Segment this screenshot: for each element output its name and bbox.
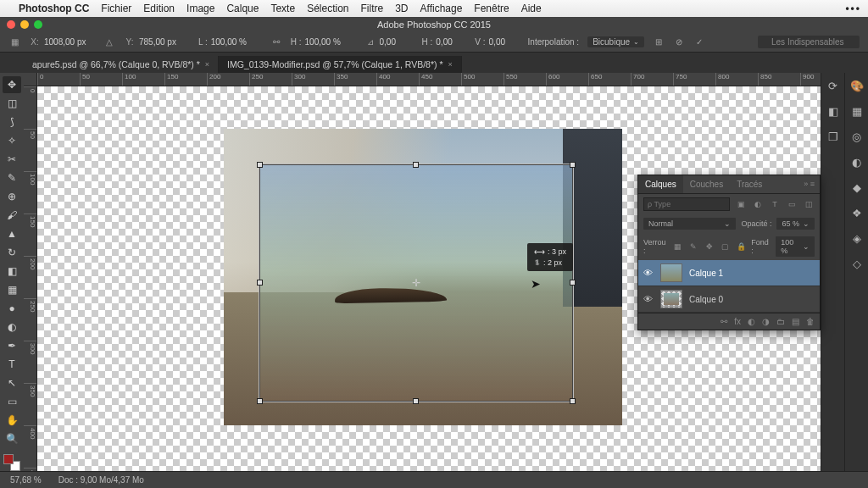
menu-help[interactable]: Aide (521, 3, 542, 14)
shape-tool[interactable]: ▭ (3, 393, 21, 410)
lock-pixels-icon[interactable]: ✎ (688, 242, 699, 251)
warp-icon[interactable]: ⊞ (653, 36, 665, 48)
eraser-tool[interactable]: ◧ (3, 263, 21, 280)
crop-tool[interactable]: ✂ (3, 151, 21, 168)
document-image[interactable]: ✛ ⟷ : 3 px⥮ : 2 px ➤ (224, 129, 622, 425)
transform-center-icon[interactable]: ✛ (410, 277, 422, 289)
zoom-level[interactable]: 57,68 % (10, 475, 42, 485)
layer-name[interactable]: Calque 1 (689, 269, 723, 278)
lasso-tool[interactable]: ⟆ (3, 114, 21, 130)
commit-transform-icon[interactable]: ✓ (693, 36, 705, 48)
close-button[interactable] (7, 20, 15, 29)
transform-handle-bl[interactable] (257, 398, 263, 404)
blend-mode-dropdown[interactable]: Normal⌄ (643, 218, 736, 230)
transform-handle-bm[interactable] (413, 398, 419, 404)
hskew-input[interactable] (436, 37, 466, 47)
overflow-icon[interactable]: ••• (845, 3, 861, 14)
menu-edit[interactable]: Edition (143, 3, 175, 14)
zoom-button[interactable] (34, 20, 42, 29)
layers-panel-icon[interactable]: ❖ (849, 205, 865, 220)
menu-text[interactable]: Texte (270, 3, 295, 14)
menu-window[interactable]: Fenêtre (474, 3, 509, 14)
tab-doc-1[interactable]: apure5.psd @ 66,7% (Calque 0, RVB/8*) *× (24, 56, 219, 73)
layer-filter-input[interactable] (643, 197, 730, 211)
layers-tab[interactable]: Calques (638, 175, 683, 193)
filter-adjust-icon[interactable]: ◐ (752, 200, 764, 208)
width-input[interactable] (211, 37, 262, 47)
blur-tool[interactable]: ● (3, 300, 21, 317)
new-layer-icon[interactable]: ▤ (792, 317, 799, 326)
filter-shape-icon[interactable]: ▭ (786, 200, 798, 208)
link-xy-icon[interactable]: △ (103, 36, 115, 48)
minimize-button[interactable] (20, 20, 29, 29)
layer-group-icon[interactable]: 🗀 (776, 317, 785, 326)
layer-name[interactable]: Calque 0 (689, 295, 723, 304)
lock-transparent-icon[interactable]: ▦ (672, 242, 683, 251)
gradient-tool[interactable]: ▦ (3, 281, 21, 298)
menu-3d[interactable]: 3D (395, 3, 408, 14)
menu-filter[interactable]: Filtre (361, 3, 384, 14)
adjustments-panel-icon[interactable]: ◐ (849, 154, 865, 169)
ruler-horizontal[interactable]: 0501001502002503003504004505005506006507… (37, 73, 821, 86)
link-layers-icon[interactable]: ⚯ (721, 317, 727, 326)
filter-type-icon[interactable]: T (769, 200, 781, 208)
fill-input[interactable]: 100 %⌄ (776, 236, 815, 257)
paths-tab[interactable]: Tracés (730, 175, 769, 193)
transform-handle-tr[interactable] (570, 162, 576, 168)
cc-panel-icon[interactable]: ◎ (849, 129, 865, 144)
stamp-tool[interactable]: ▲ (3, 225, 21, 242)
layer-thumbnail[interactable] (660, 290, 682, 308)
menu-layer[interactable]: Calque (226, 3, 259, 14)
lock-all-icon[interactable]: 🔒 (736, 242, 747, 251)
delete-layer-icon[interactable]: 🗑 (806, 317, 815, 326)
menu-select[interactable]: Sélection (307, 3, 348, 14)
transform-handle-tl[interactable] (257, 162, 263, 168)
swatches-panel-icon[interactable]: ▦ (849, 103, 865, 119)
workspace-dropdown[interactable]: Les Indispensables (758, 36, 860, 48)
paths-panel-icon[interactable]: ◇ (849, 256, 865, 271)
layer-thumbnail[interactable] (660, 263, 682, 282)
filter-smart-icon[interactable]: ◫ (803, 200, 815, 208)
transform-ref-icon[interactable]: ▦ (8, 36, 20, 48)
opacity-input[interactable]: 65 %⌄ (776, 218, 815, 230)
type-tool[interactable]: T (3, 356, 21, 373)
properties-panel-icon[interactable]: ◧ (826, 103, 841, 119)
adjustment-layer-icon[interactable]: ◑ (762, 317, 770, 326)
lock-artboard-icon[interactable]: ▢ (720, 242, 731, 251)
filter-image-icon[interactable]: ▣ (735, 200, 747, 208)
doc-size[interactable]: 9,00 Mo/4,37 Mo (81, 475, 144, 485)
close-tab-icon[interactable]: × (205, 60, 209, 69)
history-brush-tool[interactable]: ↻ (3, 244, 21, 261)
transform-bounds[interactable]: ✛ (259, 164, 573, 402)
hand-tool[interactable]: ✋ (3, 412, 21, 429)
brush-tool[interactable]: 🖌 (3, 207, 21, 224)
close-tab-icon[interactable]: × (448, 60, 453, 69)
history-panel-icon[interactable]: ⟳ (826, 78, 841, 93)
transform-handle-br[interactable] (570, 398, 576, 404)
rotate-input[interactable] (380, 37, 414, 47)
channels-panel-icon[interactable]: ◈ (849, 230, 865, 246)
ruler-vertical[interactable]: 0501001502002503003504004505005506006507… (24, 86, 37, 471)
layer-fx-icon[interactable]: fx (734, 317, 741, 326)
cancel-transform-icon[interactable]: ⊘ (673, 36, 685, 48)
panel-menu-icon[interactable]: » ≡ (798, 175, 820, 193)
pen-tool[interactable]: ✒ (3, 337, 21, 354)
eyedropper-tool[interactable]: ✎ (3, 169, 21, 186)
magic-wand-tool[interactable]: ✧ (3, 132, 21, 149)
layer-row[interactable]: 👁 Calque 0 (638, 286, 820, 313)
x-pos-input[interactable] (44, 37, 95, 47)
transform-handle-tm[interactable] (413, 162, 419, 168)
tab-doc-2[interactable]: IMG_0139-Modifier.psd @ 57,7% (Calque 1,… (219, 56, 462, 73)
visibility-icon[interactable]: 👁 (643, 294, 654, 304)
visibility-icon[interactable]: 👁 (643, 268, 654, 278)
lock-position-icon[interactable]: ✥ (704, 242, 715, 251)
app-name[interactable]: Photoshop CC (19, 3, 89, 14)
vskew-input[interactable] (489, 37, 520, 47)
marquee-tool[interactable]: ◫ (3, 95, 21, 112)
styles-panel-icon[interactable]: ◆ (849, 180, 865, 195)
fg-bg-swatch[interactable] (3, 454, 20, 471)
zoom-tool[interactable]: 🔍 (3, 430, 21, 447)
menu-file[interactable]: Fichier (101, 3, 131, 14)
color-panel-icon[interactable]: 🎨 (849, 78, 865, 93)
dodge-tool[interactable]: ◐ (3, 319, 21, 336)
